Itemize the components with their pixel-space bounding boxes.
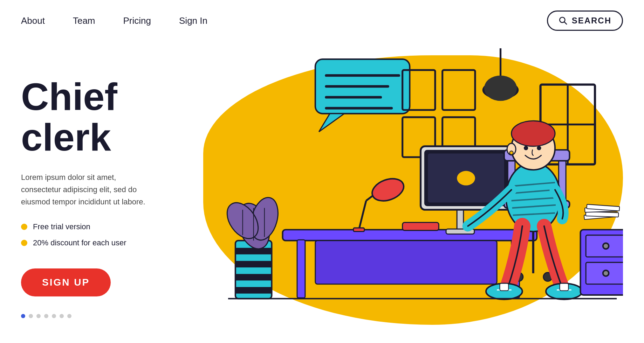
svg-point-60: [509, 151, 513, 154]
dot-6[interactable]: [60, 314, 64, 318]
left-panel: Chief clerk Lorem ipsum dolor sit amet, …: [21, 48, 189, 318]
navbar: About Team Pricing Sign In SEARCH: [0, 0, 644, 41]
svg-point-14: [484, 76, 517, 101]
svg-rect-19: [235, 248, 272, 254]
dot-3[interactable]: [36, 314, 41, 318]
svg-marker-3: [319, 114, 344, 132]
svg-rect-32: [315, 240, 497, 284]
svg-rect-67: [500, 284, 508, 291]
signup-button[interactable]: SIGN UP: [21, 268, 111, 296]
nav-pricing[interactable]: Pricing: [123, 15, 151, 26]
svg-rect-22: [235, 287, 272, 294]
feature-text-2: 20% discount for each user: [33, 238, 126, 247]
bullet-dot-2: [21, 240, 27, 246]
svg-line-1: [564, 22, 567, 24]
svg-rect-29: [283, 230, 537, 240]
search-label: SEARCH: [572, 16, 611, 26]
dot-2[interactable]: [29, 314, 33, 318]
illustration-svg: [189, 48, 623, 343]
feature-text-1: Free trial version: [33, 222, 90, 231]
dot-7[interactable]: [67, 314, 71, 318]
illustration-area: [189, 48, 623, 343]
svg-rect-9: [443, 70, 475, 110]
dot-5[interactable]: [52, 314, 56, 318]
svg-point-35: [369, 175, 407, 205]
svg-point-43: [457, 171, 475, 185]
dot-4[interactable]: [44, 314, 48, 318]
nav-about[interactable]: About: [21, 15, 45, 26]
svg-point-58: [512, 121, 555, 146]
nav-links: About Team Pricing Sign In: [21, 15, 207, 26]
nav-signin[interactable]: Sign In: [179, 15, 207, 26]
svg-point-61: [524, 146, 528, 150]
search-icon: [559, 16, 568, 25]
nav-team[interactable]: Team: [73, 15, 95, 26]
svg-rect-36: [354, 228, 364, 231]
svg-point-51: [506, 163, 560, 232]
search-button[interactable]: SEARCH: [547, 10, 623, 31]
svg-line-33: [359, 201, 366, 230]
hero-description: Lorem ipsum dolor sit amet, consectetur …: [21, 171, 154, 208]
svg-point-72: [604, 244, 608, 248]
features-list: Free trial version 20% discount for each…: [21, 222, 189, 247]
dot-1[interactable]: [21, 314, 25, 318]
main-content: Chief clerk Lorem ipsum dolor sit amet, …: [0, 41, 644, 343]
pagination-dots: [21, 314, 189, 318]
svg-rect-21: [235, 274, 272, 281]
hero-title: Chief clerk: [21, 76, 189, 157]
svg-rect-30: [297, 240, 305, 298]
svg-point-75: [604, 271, 608, 275]
svg-rect-68: [560, 284, 568, 291]
svg-rect-37: [403, 223, 439, 231]
bullet-dot-1: [21, 224, 27, 230]
svg-point-62: [537, 146, 541, 150]
svg-rect-20: [235, 261, 272, 267]
feature-item-1: Free trial version: [21, 222, 189, 231]
svg-point-0: [560, 17, 565, 22]
feature-item-2: 20% discount for each user: [21, 238, 189, 247]
